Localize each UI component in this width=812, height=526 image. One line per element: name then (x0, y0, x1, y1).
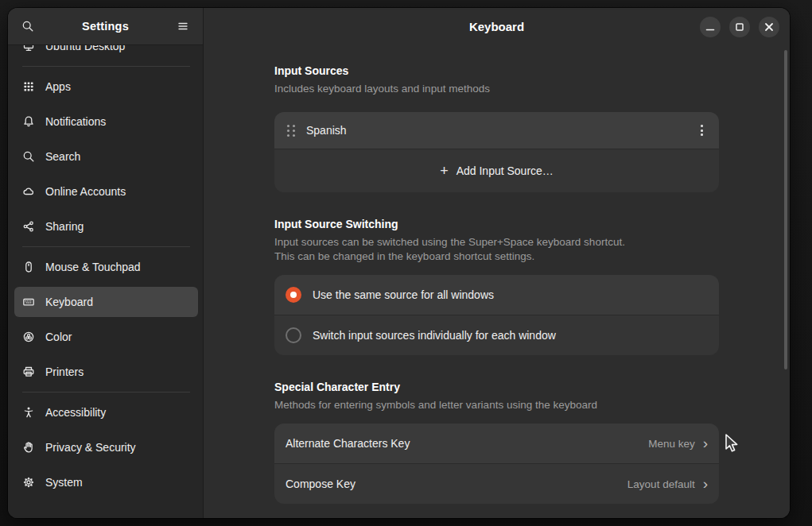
sidebar-item-label: Online Accounts (45, 185, 126, 198)
compose-key-row[interactable]: Compose Key Layout default › (274, 464, 719, 504)
bell-icon (22, 115, 35, 128)
row-label: Alternate Characters Key (286, 437, 648, 450)
alternate-characters-key-row[interactable]: Alternate Characters Key Menu key › (274, 424, 719, 463)
add-input-source-label: Add Input Source… (457, 164, 554, 177)
radio-option-label: Use the same source for all windows (313, 288, 494, 301)
sidebar-item-color[interactable]: Color (14, 322, 198, 352)
sidebar-title: Settings (82, 20, 129, 33)
drag-handle-icon[interactable] (286, 122, 297, 140)
minimize-button[interactable] (700, 17, 721, 37)
maximize-icon (729, 17, 750, 37)
sidebar-item-label: Apps (45, 80, 71, 93)
app-grid-icon (22, 80, 35, 93)
color-icon (22, 331, 35, 343)
radio-option-same-source[interactable]: Use the same source for all windows (274, 275, 719, 315)
chevron-right-icon: › (703, 435, 708, 451)
special-characters-description: Methods for entering symbols and letter … (274, 398, 719, 412)
main-menu-button[interactable] (171, 14, 195, 38)
sidebar-divider (22, 246, 190, 247)
page-title: Keyboard (469, 20, 524, 33)
input-sources-heading: Input Sources (274, 63, 719, 79)
share-icon (22, 220, 35, 233)
plus-icon: + (440, 164, 449, 178)
window-controls (700, 8, 779, 45)
sidebar-item-mouse-touchpad[interactable]: Mouse & Touchpad (14, 252, 198, 282)
sidebar-item-system[interactable]: System (14, 467, 198, 497)
switching-description-line1: Input sources can be switched using the … (274, 235, 719, 249)
close-icon (759, 17, 779, 37)
sidebar-item-label: Mouse & Touchpad (45, 261, 141, 273)
sidebar-nav: Ubuntu Desktop Apps Notifications (8, 45, 203, 518)
search-icon (22, 150, 35, 163)
printer-icon (22, 365, 35, 378)
chevron-right-icon: › (703, 476, 708, 491)
special-characters-heading: Special Character Entry (274, 379, 719, 395)
sidebar-item-apps[interactable]: Apps (14, 72, 198, 102)
sidebar-item-label: System (45, 476, 83, 489)
sidebar-item-notifications[interactable]: Notifications (14, 106, 198, 137)
sidebar-headerbar: Settings (8, 8, 203, 45)
sidebar-item-accessibility[interactable]: Accessibility (14, 397, 198, 427)
add-input-source-button[interactable]: + Add Input Source… (274, 149, 719, 192)
minimize-icon (700, 17, 721, 37)
row-label: Compose Key (286, 478, 627, 490)
sidebar-item-ubuntu-desktop[interactable]: Ubuntu Desktop (14, 45, 198, 61)
close-button[interactable] (759, 17, 779, 37)
maximize-button[interactable] (729, 17, 750, 37)
main-headerbar: Keyboard (204, 8, 790, 45)
settings-window: Settings Ubuntu Desktop App (8, 8, 790, 518)
sidebar-item-search[interactable]: Search (14, 141, 198, 172)
accessibility-icon (22, 406, 35, 419)
row-value: Menu key (648, 438, 695, 450)
switching-description-line2: This can be changed in the keyboard shor… (274, 249, 719, 264)
sidebar-item-sharing[interactable]: Sharing (14, 211, 198, 242)
sidebar-item-label: Privacy & Security (45, 441, 136, 454)
radio-option-label: Switch input sources individually for ea… (313, 329, 556, 342)
desktop-background: Settings Ubuntu Desktop App (0, 0, 812, 526)
gear-icon (22, 476, 35, 489)
sidebar-divider (22, 392, 190, 393)
sidebar-item-online-accounts[interactable]: Online Accounts (14, 176, 198, 207)
radio-selected-icon[interactable] (286, 287, 301, 303)
input-sources-description: Includes keyboard layouts and input meth… (274, 82, 719, 96)
sidebar-item-label: Search (45, 150, 80, 163)
keyboard-panel: Keyboard Input Sources (204, 8, 790, 518)
search-button[interactable] (16, 14, 40, 38)
sidebar-item-label: Keyboard (45, 296, 93, 308)
sidebar-item-label: Notifications (45, 115, 106, 128)
sidebar-item-printers[interactable]: Printers (14, 357, 198, 387)
sidebar: Settings Ubuntu Desktop App (8, 8, 204, 518)
cloud-icon (22, 185, 35, 198)
sidebar-item-label: Printers (45, 365, 84, 378)
switching-heading: Input Source Switching (274, 216, 719, 232)
radio-option-per-window[interactable]: Switch input sources individually for ea… (274, 315, 719, 355)
scrollable-content[interactable]: Input Sources Includes keyboard layouts … (204, 45, 790, 518)
switching-card: Use the same source for all windows Swit… (274, 275, 719, 355)
vertical-scrollbar[interactable] (784, 50, 787, 369)
sidebar-item-label: Color (45, 331, 72, 343)
special-characters-card: Alternate Characters Key Menu key › Comp… (274, 424, 719, 504)
sidebar-item-keyboard[interactable]: Keyboard (14, 287, 198, 317)
switching-description: Input sources can be switched using the … (274, 235, 719, 264)
sidebar-item-label: Accessibility (45, 406, 106, 419)
row-value: Layout default (627, 478, 695, 490)
sidebar-item-privacy-security[interactable]: Privacy & Security (14, 432, 198, 462)
mouse-icon (22, 261, 35, 273)
input-sources-card: Spanish + Add Input Source… (274, 112, 719, 192)
sidebar-item-label: Sharing (45, 220, 84, 233)
radio-unselected-icon[interactable] (286, 327, 301, 343)
kebab-menu-icon[interactable] (696, 120, 708, 141)
sidebar-divider (22, 66, 190, 67)
keyboard-icon (22, 296, 35, 308)
input-source-label: Spanish (306, 124, 686, 137)
input-source-row-spanish[interactable]: Spanish (274, 112, 719, 149)
display-icon (22, 45, 35, 52)
search-icon (21, 20, 34, 33)
sidebar-item-label: Ubuntu Desktop (45, 45, 125, 52)
hamburger-menu-icon (177, 20, 189, 33)
hand-icon (22, 441, 35, 454)
